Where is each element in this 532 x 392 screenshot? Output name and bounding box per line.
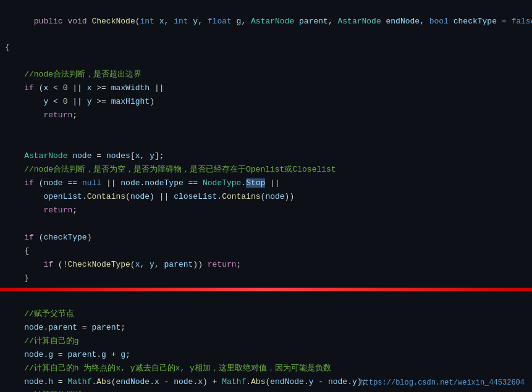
code-line <box>0 294 532 307</box>
code-line: //node合法判断，是否超出边界 <box>0 68 532 81</box>
code-line: node.g = parent.g + g; <box>0 348 532 362</box>
code-line: y < 0 || y >= maxHight) <box>0 95 532 109</box>
code-line: return; <box>0 109 532 122</box>
code-line: openList.Contains(node) || closeList.Con… <box>0 190 532 204</box>
code-line: } <box>0 272 532 285</box>
code-line <box>0 122 532 136</box>
code-line: //赋予父节点 <box>0 307 532 321</box>
code-line <box>0 54 532 68</box>
code-line: //计算自己的h 为终点的x, y减去自己的x, y相加，这里取绝对值，因为可能… <box>0 362 532 375</box>
code-line: { <box>0 244 532 258</box>
code-line: //计算最终消耗 <box>0 389 532 392</box>
code-line: return; <box>0 204 532 217</box>
code-line <box>0 136 532 149</box>
code-line: //node合法判断，是否为空，是否为障碍物，是否已经存在于Openlist或C… <box>0 163 532 177</box>
code-line: if (x < 0 || x >= maxWidth || <box>0 81 532 95</box>
divider-bar <box>0 288 532 291</box>
code-line: public void CheckNode(int x, int y, floa… <box>0 2 532 41</box>
watermark: https://blog.csdn.net/weixin_44532604 <box>360 378 525 387</box>
code-line <box>0 217 532 231</box>
code-line: { <box>0 41 532 54</box>
code-line: node.parent = parent; <box>0 321 532 335</box>
code-line: if (checkType) <box>0 231 532 244</box>
code-line: AstarNode node = nodes[x, y]; <box>0 149 532 163</box>
code-editor: public void CheckNode(int x, int y, floa… <box>0 0 532 392</box>
code-line: if (!CheckNodeType(x, y, parent)) return… <box>0 258 532 272</box>
code-line: if (node == null || node.nodeType == Nod… <box>0 177 532 190</box>
code-line: //计算自己的g <box>0 335 532 348</box>
